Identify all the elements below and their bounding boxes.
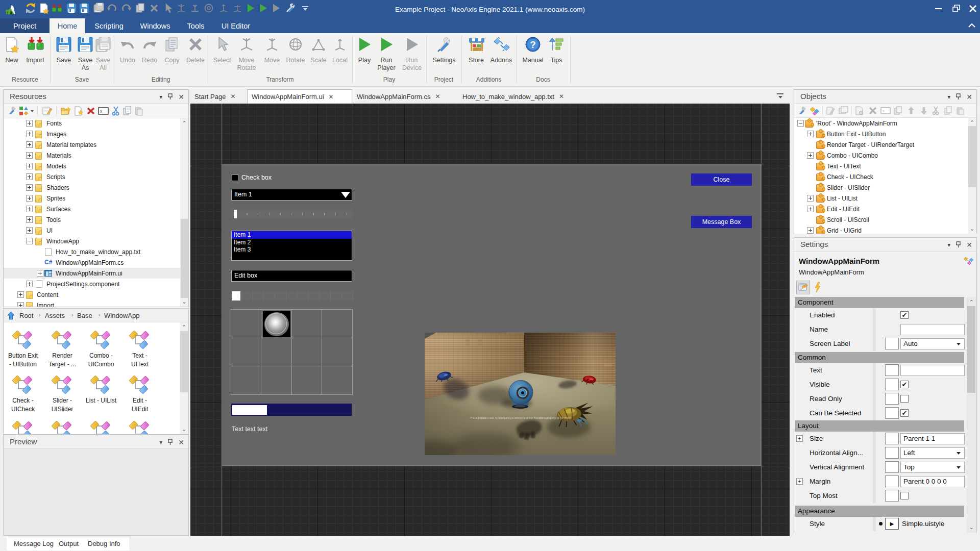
- svg-text:x: x: [883, 109, 885, 113]
- svg-text:The animation made by configur: The animation made by configuring a refe…: [470, 416, 572, 419]
- svg-text:?: ?: [530, 39, 536, 50]
- svg-text:x: x: [100, 109, 103, 114]
